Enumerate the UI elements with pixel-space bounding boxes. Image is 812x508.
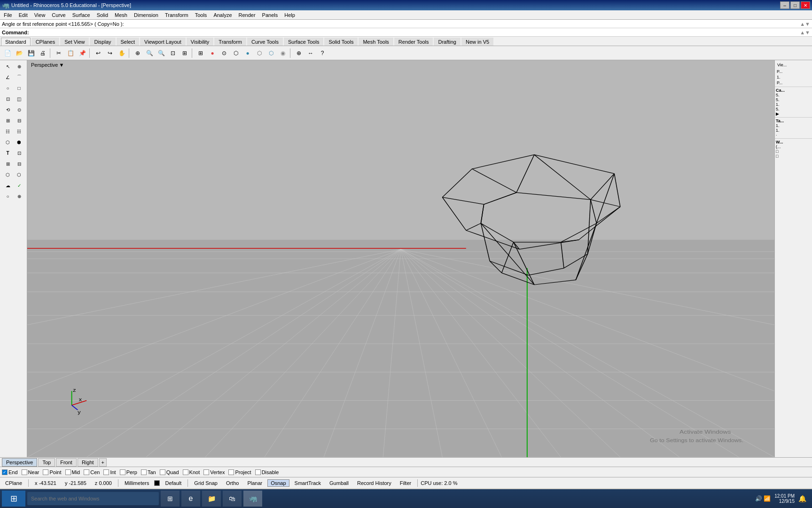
menu-item-file[interactable]: File <box>1 11 15 19</box>
edge-browser-button[interactable]: e <box>181 491 200 507</box>
rhino-taskbar-button[interactable]: 🦏 <box>243 491 262 507</box>
toolbar-tab-surface-tools[interactable]: Surface Tools <box>284 38 323 46</box>
copy-button[interactable]: 📋 <box>65 48 76 59</box>
menu-item-surface[interactable]: Surface <box>70 11 93 19</box>
solid-tool2[interactable]: ⬢ <box>14 137 24 147</box>
snap-checkbox-end[interactable]: ✓ <box>2 469 8 475</box>
text-tool[interactable]: T <box>2 148 13 158</box>
toolbar-tab-drafting[interactable]: Drafting <box>434 38 461 46</box>
undo-button[interactable]: ↩ <box>93 48 104 59</box>
check-tool[interactable]: ✓ <box>14 180 24 190</box>
layer-tool2[interactable]: ☷ <box>14 126 24 136</box>
hatch-tool[interactable]: ⊡ <box>14 148 24 158</box>
misc-tool2[interactable]: ⊕ <box>14 191 24 201</box>
grid-snap-status[interactable]: Grid Snap <box>191 479 221 487</box>
props-w2[interactable]: □ <box>776 149 811 154</box>
draw-curve-tool[interactable]: ⌒ <box>14 72 24 82</box>
toolbar-tab-cplanes[interactable]: CPlanes <box>31 38 60 46</box>
snap-checkbox-perp[interactable] <box>120 469 125 475</box>
snap-checkbox-int[interactable] <box>103 469 109 475</box>
surface-tool[interactable]: ⊡ <box>2 94 13 104</box>
redo-button[interactable]: ↪ <box>104 48 116 59</box>
draw-rect-tool[interactable]: □ <box>14 83 24 93</box>
cplane-status[interactable]: CPlane <box>2 479 25 487</box>
units-status[interactable]: Millimeters <box>121 479 153 487</box>
minimize-button[interactable]: – <box>780 1 789 9</box>
shading4-button[interactable]: ● <box>242 48 253 59</box>
dim-tool2[interactable]: ⊟ <box>14 115 24 126</box>
help-button[interactable]: ? <box>317 48 328 59</box>
point-tool2[interactable]: ⬡ <box>14 169 24 180</box>
menu-item-transform[interactable]: Transform <box>162 11 191 19</box>
orbit-tool[interactable]: ⊙ <box>14 104 24 115</box>
snap-checkbox-cen[interactable] <box>84 469 89 475</box>
menu-item-dimension[interactable]: Dimension <box>131 11 161 19</box>
menu-item-analyze[interactable]: Analyze <box>211 11 234 19</box>
select-tool2[interactable]: ⊕ <box>14 61 24 71</box>
zoom-window-button[interactable]: ⊡ <box>167 48 179 59</box>
shading3-button[interactable]: ⬡ <box>230 48 242 59</box>
rotate-tool[interactable]: ⟲ <box>2 104 13 115</box>
select-tool[interactable]: ↖ <box>2 61 13 71</box>
menu-item-edit[interactable]: Edit <box>16 11 31 19</box>
toolbar-tab-render-tools[interactable]: Render Tools <box>394 38 433 46</box>
print-button[interactable]: 🖨 <box>37 48 48 59</box>
block-tool[interactable]: ⊞ <box>2 159 13 169</box>
command-input[interactable] <box>31 30 800 35</box>
gumball-button[interactable]: ↔ <box>305 48 316 59</box>
viewport-tab-right[interactable]: Right <box>78 458 98 467</box>
menu-item-mesh[interactable]: Mesh <box>112 11 130 19</box>
menu-item-help[interactable]: Help <box>281 11 298 19</box>
toolbar-tab-set-view[interactable]: Set View <box>60 38 89 46</box>
viewport-tab-perspective[interactable]: Perspective <box>2 458 37 467</box>
snap-checkbox-tan[interactable] <box>141 469 147 475</box>
task-view-button[interactable]: ⊞ <box>161 491 180 507</box>
draw-circle-tool[interactable]: ○ <box>2 83 13 93</box>
misc-tool1[interactable]: ○ <box>2 191 13 201</box>
props-view-btn[interactable]: Vie... <box>776 61 811 69</box>
zoom-in-button[interactable]: 🔍 <box>144 48 155 59</box>
snap-checkbox-disable[interactable] <box>255 469 261 475</box>
cloud-tool[interactable]: ☁ <box>2 180 13 190</box>
save-button[interactable]: 💾 <box>25 48 37 59</box>
snap-button[interactable]: ⊕ <box>132 48 143 59</box>
toolbar-tab-curve-tools[interactable]: Curve Tools <box>247 38 283 46</box>
toolbar-tab-solid-tools[interactable]: Solid Tools <box>324 38 358 46</box>
viewport-tab-front[interactable]: Front <box>56 458 77 467</box>
osnap-button[interactable]: ⊕ <box>293 48 304 59</box>
ortho-status[interactable]: Ortho <box>223 479 242 487</box>
mesh-tool[interactable]: ◫ <box>14 94 24 104</box>
store-button[interactable]: 🛍 <box>223 491 242 507</box>
taskbar-search[interactable] <box>27 492 159 505</box>
file-explorer-button[interactable]: 📁 <box>202 491 221 507</box>
cut-button[interactable]: ✂ <box>53 48 64 59</box>
shading5-button[interactable]: ⬡ <box>254 48 265 59</box>
maximize-button[interactable]: □ <box>790 1 800 9</box>
toolbar-tab-viewport-layout[interactable]: Viewport Layout <box>140 38 186 46</box>
solid-tool[interactable]: ⬡ <box>2 137 13 147</box>
draw-arc-tool[interactable]: ∠ <box>2 72 13 82</box>
toolbar-tab-display[interactable]: Display <box>90 38 115 46</box>
menu-item-view[interactable]: View <box>31 11 48 19</box>
menu-item-solid[interactable]: Solid <box>94 11 111 19</box>
open-button[interactable]: 📂 <box>14 48 25 59</box>
record-history-status[interactable]: Record History <box>354 479 395 487</box>
toolbar-tab-mesh-tools[interactable]: Mesh Tools <box>359 38 393 46</box>
shading6-button[interactable]: ⬡ <box>265 48 277 59</box>
add-viewport-tab[interactable]: + <box>99 458 107 467</box>
shading7-button[interactable]: ◉ <box>277 48 289 59</box>
layer-tool[interactable]: ☷ <box>2 126 13 136</box>
snap-checkbox-mid[interactable] <box>65 469 71 475</box>
toolbar-tab-new-in-v5[interactable]: New in V5 <box>461 38 493 46</box>
smarttrack-status[interactable]: SmartTrack <box>291 479 324 487</box>
menu-item-tools[interactable]: Tools <box>192 11 210 19</box>
toolbar-tab-visibility[interactable]: Visibility <box>187 38 214 46</box>
menu-item-curve[interactable]: Curve <box>49 11 68 19</box>
pan-button[interactable]: ✋ <box>116 48 127 59</box>
viewport[interactable]: Perspective ▼ <box>27 60 774 457</box>
snap-checkbox-quad[interactable] <box>160 469 165 475</box>
toolbar-tab-select[interactable]: Select <box>117 38 140 46</box>
snap-checkbox-near[interactable] <box>22 469 27 475</box>
zoom-extents-button[interactable]: ⊞ <box>179 48 190 59</box>
snap-checkbox-knot[interactable] <box>183 469 188 475</box>
